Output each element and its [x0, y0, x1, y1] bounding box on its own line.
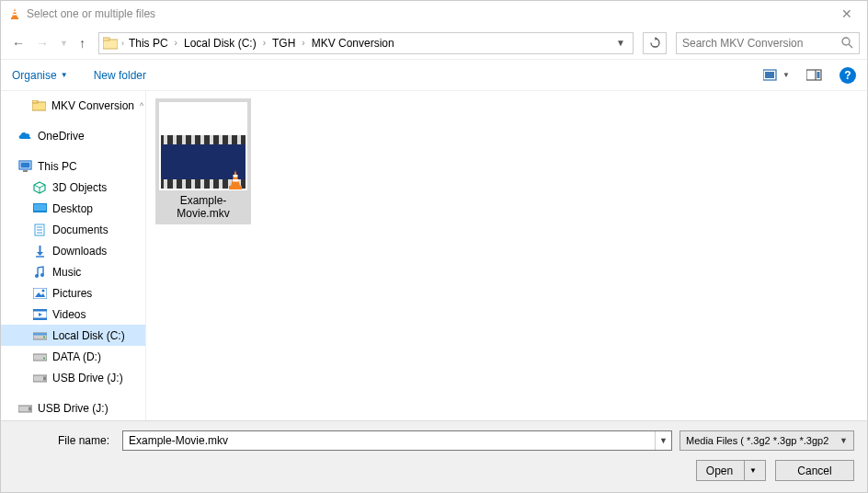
svg-rect-10: [765, 72, 774, 78]
svg-marker-49: [231, 170, 240, 186]
sidebar-item-usb-1[interactable]: USB Drive (J:): [1, 367, 145, 388]
breadcrumb-local-disk[interactable]: Local Disk (C:): [181, 35, 259, 52]
toolbar-right: ▼ ?: [763, 67, 856, 84]
sidebar-item-pictures[interactable]: Pictures: [1, 282, 145, 304]
sidebar-item-documents[interactable]: Documents: [1, 219, 145, 240]
refresh-button[interactable]: [643, 32, 667, 54]
usb-icon: [17, 401, 32, 416]
sidebar: MKV Conversion ^ OneDrive This PC 3D Obj…: [1, 91, 146, 420]
address-dropdown[interactable]: ▼: [612, 38, 629, 48]
svg-marker-28: [37, 252, 43, 256]
close-button[interactable]: ✕: [834, 6, 860, 21]
preview-pane-button[interactable]: [806, 69, 823, 82]
svg-rect-38: [33, 317, 47, 320]
svg-point-44: [43, 358, 45, 360]
back-button[interactable]: ←: [12, 36, 25, 51]
svg-rect-18: [23, 170, 28, 172]
forward-button[interactable]: →: [36, 36, 49, 51]
folder-icon: [103, 37, 118, 50]
svg-marker-34: [35, 292, 45, 297]
disk-icon: [32, 328, 47, 343]
svg-marker-6: [655, 37, 657, 40]
search-icon: [841, 37, 853, 49]
svg-rect-37: [33, 309, 47, 312]
svg-rect-3: [13, 14, 17, 16]
search-input[interactable]: [682, 37, 841, 50]
sidebar-item-local-disk[interactable]: Local Disk (C:): [1, 325, 145, 346]
svg-rect-46: [43, 377, 46, 381]
window-title: Select one or multiple files: [27, 7, 834, 20]
help-button[interactable]: ?: [839, 67, 856, 84]
sidebar-item-data[interactable]: DATA (D:): [1, 346, 145, 367]
folder-icon: [32, 98, 46, 113]
onedrive-icon: [17, 129, 32, 143]
usb-icon: [32, 371, 47, 385]
svg-rect-43: [33, 354, 47, 361]
titlebar: Select one or multiple files ✕: [1, 1, 867, 27]
sidebar-item-music[interactable]: Music: [1, 261, 145, 282]
file-item[interactable]: Example-Movie.mkv: [155, 98, 251, 224]
svg-rect-51: [234, 175, 238, 178]
documents-icon: [32, 223, 47, 237]
filename-combo[interactable]: ▼: [122, 430, 672, 451]
chevron-right-icon: ›: [175, 38, 177, 48]
chevron-down-icon: ▼: [839, 436, 848, 445]
chevron-right-icon: ›: [263, 38, 266, 48]
svg-rect-13: [817, 72, 820, 78]
view-mode-button[interactable]: ▼: [763, 69, 790, 82]
chevron-down-icon[interactable]: ▼: [655, 431, 671, 450]
open-split-dropdown[interactable]: ▼: [744, 461, 761, 480]
chevron-right-icon: ›: [121, 39, 124, 48]
svg-rect-1: [11, 17, 18, 19]
vlc-cone-icon: [225, 168, 246, 190]
sidebar-item-this-pc[interactable]: This PC: [1, 155, 145, 177]
videos-icon: [32, 307, 47, 322]
svg-point-7: [842, 38, 850, 45]
sidebar-item-mkv-conversion[interactable]: MKV Conversion ^: [1, 95, 145, 116]
file-open-dialog: Select one or multiple files ✕ ← → ▼ ↑ ›…: [0, 0, 868, 493]
up-button[interactable]: ↑: [79, 36, 86, 51]
svg-marker-39: [39, 313, 42, 316]
new-folder-button[interactable]: New folder: [94, 69, 146, 82]
svg-line-8: [849, 44, 852, 48]
vlc-icon: [8, 7, 21, 20]
svg-marker-0: [12, 8, 17, 17]
organise-menu[interactable]: Organise ▼: [12, 69, 68, 82]
breadcrumb-tgh[interactable]: TGH: [269, 35, 298, 52]
breadcrumb-this-pc[interactable]: This PC: [126, 35, 171, 52]
svg-rect-15: [32, 100, 38, 103]
chevron-down-icon: ▼: [782, 71, 790, 79]
sidebar-item-onedrive[interactable]: OneDrive: [1, 125, 145, 146]
cancel-button[interactable]: Cancel: [775, 460, 854, 481]
sidebar-item-downloads[interactable]: Downloads: [1, 240, 145, 261]
address-bar[interactable]: › This PC› Local Disk (C:)› TGH› MKV Con…: [98, 32, 634, 54]
chevron-down-icon: ▼: [61, 71, 68, 79]
sidebar-item-usb-2[interactable]: USB Drive (J:): [1, 397, 145, 418]
sidebar-item-3d-objects[interactable]: 3D Objects: [1, 177, 145, 198]
search-box[interactable]: [676, 32, 860, 54]
file-list[interactable]: Example-Movie.mkv: [146, 91, 867, 420]
file-thumbnail: [159, 102, 247, 190]
open-button[interactable]: Open ▼: [696, 460, 766, 481]
svg-rect-22: [34, 204, 46, 211]
sidebar-item-desktop[interactable]: Desktop: [1, 198, 145, 219]
svg-rect-5: [103, 38, 109, 40]
breadcrumb-mkv[interactable]: MKV Conversion: [309, 35, 397, 52]
desktop-icon: [32, 201, 47, 216]
svg-point-31: [40, 273, 44, 277]
svg-rect-41: [33, 333, 47, 336]
sidebar-item-videos[interactable]: Videos: [1, 304, 145, 325]
file-name-label: Example-Movie.mkv: [159, 194, 247, 221]
filename-label: File name:: [14, 434, 115, 447]
filetype-filter[interactable]: Media Files ( *.3g2 *.3gp *.3gp2 ▼: [680, 430, 854, 451]
svg-rect-2: [14, 11, 17, 13]
pictures-icon: [32, 286, 47, 301]
toolbar: Organise ▼ New folder ▼ ?: [1, 60, 867, 91]
music-icon: [32, 265, 47, 280]
filename-input[interactable]: [123, 431, 655, 450]
nav-arrows: ← → ▼ ↑: [8, 36, 89, 51]
3d-icon: [32, 180, 47, 195]
recent-dropdown[interactable]: ▼: [60, 39, 68, 48]
svg-rect-48: [29, 407, 31, 411]
disk-icon: [32, 350, 47, 364]
